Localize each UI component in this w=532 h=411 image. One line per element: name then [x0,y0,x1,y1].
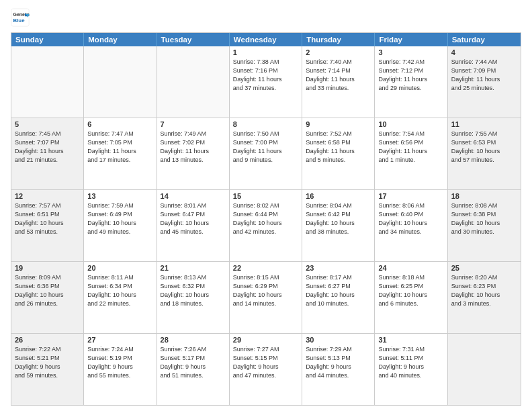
calendar-body: 1Sunrise: 7:38 AM Sunset: 7:16 PM Daylig… [11,46,521,405]
day-cell-23: 23Sunrise: 8:17 AM Sunset: 6:27 PM Dayli… [302,262,375,333]
day-header-wednesday: Wednesday [230,33,302,46]
day-number: 15 [233,192,298,200]
day-number: 29 [233,336,298,344]
empty-cell-0-0 [11,46,84,118]
day-info: Sunrise: 8:13 AM Sunset: 6:32 PM Dayligh… [161,273,226,308]
day-info: Sunrise: 7:40 AM Sunset: 7:14 PM Dayligh… [306,58,371,93]
day-info: Sunrise: 7:47 AM Sunset: 7:05 PM Dayligh… [87,130,152,165]
day-info: Sunrise: 7:57 AM Sunset: 6:51 PM Dayligh… [15,201,80,236]
calendar-row-5: 26Sunrise: 7:22 AM Sunset: 5:21 PM Dayli… [11,333,521,405]
empty-cell-0-1 [84,46,157,118]
day-cell-5: 5Sunrise: 7:45 AM Sunset: 7:07 PM Daylig… [11,118,84,189]
day-number: 23 [306,264,371,272]
day-number: 30 [306,336,371,344]
day-cell-20: 20Sunrise: 8:11 AM Sunset: 6:34 PM Dayli… [84,262,157,333]
day-cell-4: 4Sunrise: 7:44 AM Sunset: 7:09 PM Daylig… [448,46,521,118]
day-header-sunday: Sunday [11,33,84,46]
day-info: Sunrise: 8:11 AM Sunset: 6:34 PM Dayligh… [87,273,152,308]
day-info: Sunrise: 7:38 AM Sunset: 7:16 PM Dayligh… [233,58,298,93]
day-cell-11: 11Sunrise: 7:55 AM Sunset: 6:53 PM Dayli… [448,118,521,189]
day-cell-29: 29Sunrise: 7:27 AM Sunset: 5:15 PM Dayli… [230,334,302,405]
day-info: Sunrise: 7:42 AM Sunset: 7:12 PM Dayligh… [378,58,443,93]
day-cell-13: 13Sunrise: 7:59 AM Sunset: 6:49 PM Dayli… [84,190,157,261]
day-number: 13 [87,192,152,200]
day-header-friday: Friday [375,33,447,46]
day-number: 18 [451,192,517,200]
calendar-row-3: 12Sunrise: 7:57 AM Sunset: 6:51 PM Dayli… [11,189,521,261]
day-number: 9 [306,120,371,128]
day-info: Sunrise: 7:26 AM Sunset: 5:17 PM Dayligh… [161,345,226,380]
day-number: 27 [87,336,152,344]
day-header-thursday: Thursday [302,33,375,46]
day-number: 31 [378,336,443,344]
day-number: 20 [87,264,152,272]
day-info: Sunrise: 7:22 AM Sunset: 5:21 PM Dayligh… [15,345,80,380]
day-cell-22: 22Sunrise: 8:15 AM Sunset: 6:29 PM Dayli… [230,262,302,333]
day-info: Sunrise: 7:24 AM Sunset: 5:19 PM Dayligh… [87,345,152,380]
day-number: 21 [161,264,226,272]
day-info: Sunrise: 7:31 AM Sunset: 5:11 PM Dayligh… [378,345,443,380]
day-info: Sunrise: 8:01 AM Sunset: 6:47 PM Dayligh… [161,201,226,236]
day-cell-30: 30Sunrise: 7:29 AM Sunset: 5:13 PM Dayli… [302,334,375,405]
day-number: 14 [161,192,226,200]
day-info: Sunrise: 7:44 AM Sunset: 7:09 PM Dayligh… [451,58,517,93]
day-info: Sunrise: 7:27 AM Sunset: 5:15 PM Dayligh… [233,345,298,380]
day-cell-3: 3Sunrise: 7:42 AM Sunset: 7:12 PM Daylig… [375,46,447,118]
day-number: 7 [161,120,226,128]
day-cell-28: 28Sunrise: 7:26 AM Sunset: 5:17 PM Dayli… [157,334,230,405]
day-number: 4 [451,48,517,56]
logo-icon: General Blue [11,8,30,27]
day-info: Sunrise: 7:52 AM Sunset: 6:58 PM Dayligh… [306,130,371,165]
day-number: 19 [15,264,80,272]
day-number: 2 [306,48,371,56]
day-cell-18: 18Sunrise: 8:08 AM Sunset: 6:38 PM Dayli… [448,190,521,261]
day-cell-9: 9Sunrise: 7:52 AM Sunset: 6:58 PM Daylig… [302,118,375,189]
day-number: 25 [451,264,517,272]
day-number: 1 [233,48,298,56]
day-info: Sunrise: 8:17 AM Sunset: 6:27 PM Dayligh… [306,273,371,308]
day-number: 16 [306,192,371,200]
day-cell-31: 31Sunrise: 7:31 AM Sunset: 5:11 PM Dayli… [375,334,447,405]
day-cell-1: 1Sunrise: 7:38 AM Sunset: 7:16 PM Daylig… [230,46,302,118]
day-cell-21: 21Sunrise: 8:13 AM Sunset: 6:32 PM Dayli… [157,262,230,333]
day-info: Sunrise: 8:09 AM Sunset: 6:36 PM Dayligh… [15,273,80,308]
day-cell-12: 12Sunrise: 7:57 AM Sunset: 6:51 PM Dayli… [11,190,84,261]
header: General Blue [11,8,521,27]
day-cell-10: 10Sunrise: 7:54 AM Sunset: 6:56 PM Dayli… [375,118,447,189]
day-info: Sunrise: 7:29 AM Sunset: 5:13 PM Dayligh… [306,345,371,380]
day-number: 28 [161,336,226,344]
day-info: Sunrise: 7:50 AM Sunset: 7:00 PM Dayligh… [233,130,298,165]
logo: General Blue [11,8,32,27]
day-info: Sunrise: 7:49 AM Sunset: 7:02 PM Dayligh… [161,130,226,165]
page: General Blue SundayMondayTuesdayWednesda… [0,0,532,411]
day-cell-27: 27Sunrise: 7:24 AM Sunset: 5:19 PM Dayli… [84,334,157,405]
day-cell-14: 14Sunrise: 8:01 AM Sunset: 6:47 PM Dayli… [157,190,230,261]
calendar-header: SundayMondayTuesdayWednesdayThursdayFrid… [11,33,521,46]
day-info: Sunrise: 7:59 AM Sunset: 6:49 PM Dayligh… [87,201,152,236]
day-info: Sunrise: 7:54 AM Sunset: 6:56 PM Dayligh… [378,130,443,165]
day-number: 3 [378,48,443,56]
day-number: 26 [15,336,80,344]
day-number: 17 [378,192,443,200]
day-info: Sunrise: 8:18 AM Sunset: 6:25 PM Dayligh… [378,273,443,308]
day-cell-8: 8Sunrise: 7:50 AM Sunset: 7:00 PM Daylig… [230,118,302,189]
svg-text:Blue: Blue [13,17,26,24]
day-header-monday: Monday [84,33,157,46]
day-cell-2: 2Sunrise: 7:40 AM Sunset: 7:14 PM Daylig… [302,46,375,118]
calendar-row-2: 5Sunrise: 7:45 AM Sunset: 7:07 PM Daylig… [11,118,521,189]
day-cell-16: 16Sunrise: 8:04 AM Sunset: 6:42 PM Dayli… [302,190,375,261]
day-number: 8 [233,120,298,128]
day-info: Sunrise: 8:04 AM Sunset: 6:42 PM Dayligh… [306,201,371,236]
day-number: 5 [15,120,80,128]
day-cell-6: 6Sunrise: 7:47 AM Sunset: 7:05 PM Daylig… [84,118,157,189]
calendar: SundayMondayTuesdayWednesdayThursdayFrid… [11,32,521,406]
day-info: Sunrise: 8:02 AM Sunset: 6:44 PM Dayligh… [233,201,298,236]
empty-cell-0-2 [157,46,230,118]
day-cell-26: 26Sunrise: 7:22 AM Sunset: 5:21 PM Dayli… [11,334,84,405]
day-number: 6 [87,120,152,128]
day-number: 11 [451,120,517,128]
day-cell-7: 7Sunrise: 7:49 AM Sunset: 7:02 PM Daylig… [157,118,230,189]
day-info: Sunrise: 8:08 AM Sunset: 6:38 PM Dayligh… [451,201,517,236]
day-number: 24 [378,264,443,272]
day-cell-15: 15Sunrise: 8:02 AM Sunset: 6:44 PM Dayli… [230,190,302,261]
